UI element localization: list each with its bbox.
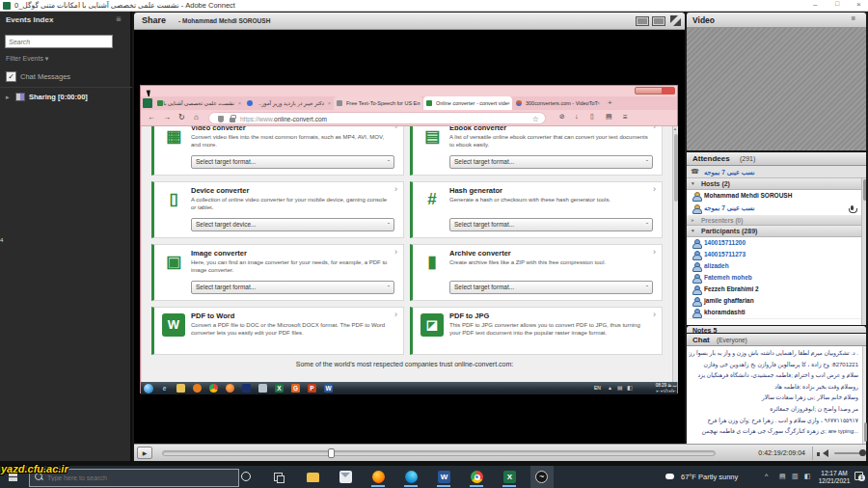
tray-icon-2[interactable]: ▥: [792, 473, 799, 480]
gom-icon[interactable]: G: [291, 384, 300, 393]
attendee-row-host[interactable]: نسب عینی 7 بموجه: [687, 203, 861, 216]
excel-icon[interactable]: X: [275, 384, 284, 393]
sharing-expand-icon[interactable]: ▸: [6, 94, 10, 101]
library-icon[interactable]: ▯: [590, 113, 594, 121]
attendee-row-host[interactable]: Mohammad Mehdi SOROUSH: [687, 190, 861, 203]
fullscreen-icon[interactable]: [670, 15, 681, 26]
sharing-event-item[interactable]: Sharing [0:00:00]: [29, 93, 88, 101]
card-title[interactable]: Image converter: [191, 249, 247, 258]
chevron-right-icon[interactable]: ›: [653, 247, 656, 257]
presenters-group-header[interactable]: ▸ Presenters (0): [687, 215, 866, 226]
adobe-connect-active-tile[interactable]: ~: [530, 466, 554, 488]
attendees-scrollbar[interactable]: [861, 178, 866, 325]
edge-icon[interactable]: [405, 471, 418, 483]
pod-menu-icon[interactable]: ≣: [851, 14, 855, 21]
card-title[interactable]: Hash generator: [449, 186, 502, 195]
seek-thumb[interactable]: [328, 448, 335, 458]
tab-300converters[interactable]: 300converters.com - VideoToT ×: [513, 96, 602, 110]
card-title[interactable]: Archive converter: [449, 249, 511, 258]
target-format-select[interactable]: Select target format...ˇ: [449, 218, 653, 231]
hamburger-menu-icon[interactable]: ≡: [623, 113, 628, 122]
participants-group-header[interactable]: ▾ Participants (289): [687, 226, 866, 237]
target-device-select[interactable]: Select target device...ˇ: [191, 218, 394, 231]
back-icon[interactable]: ←: [148, 113, 155, 122]
app-gray-icon[interactable]: [258, 384, 267, 393]
win7-tray-chevron-icon[interactable]: ▲: [608, 385, 612, 391]
collapse-icon[interactable]: ▾: [692, 180, 694, 186]
chevron-right-icon[interactable]: ›: [653, 126, 656, 131]
volume-icon[interactable]: [817, 449, 828, 458]
volume-thumb[interactable]: [859, 449, 866, 456]
word-icon[interactable]: W: [324, 384, 333, 393]
excel-icon[interactable]: X: [503, 471, 516, 483]
url-bar[interactable]: https://www.online-convert.com ☆: [208, 112, 546, 124]
scrollbar-thumb[interactable]: [674, 134, 678, 202]
tray-icon-3[interactable]: ◧: [804, 473, 811, 480]
win7-tray-icon-1[interactable]: ▤: [617, 384, 623, 391]
tab-adobe-connect[interactable]: نشست علمی تخصصی آشنایی با ×: [154, 96, 243, 110]
firefox-icon[interactable]: [372, 471, 385, 483]
scroll-up-icon[interactable]: ▲: [673, 126, 677, 131]
shield-icon[interactable]: [218, 116, 224, 122]
notification-center-icon[interactable]: 1: [854, 472, 863, 480]
win7-tray-icon-2[interactable]: ◧: [627, 384, 633, 391]
play-button[interactable]: ▶: [137, 447, 152, 459]
sidebar-panel-icon[interactable]: ▤: [606, 113, 612, 121]
word-icon[interactable]: W: [438, 471, 450, 483]
share-view-alt-icon[interactable]: [652, 16, 665, 26]
chat-scrollbar[interactable]: [862, 346, 866, 444]
window-close-button[interactable]: ×: [856, 0, 861, 9]
chevron-right-icon[interactable]: ›: [653, 310, 656, 319]
chevron-right-icon[interactable]: ›: [394, 184, 397, 194]
new-tab-button[interactable]: +: [608, 98, 612, 107]
phone-attendee-row[interactable]: ☎ نسب عینی 7 بموجه: [687, 166, 866, 178]
firefox-window-controls[interactable]: [635, 87, 675, 95]
expand-icon[interactable]: ▸: [692, 217, 694, 223]
tab-close-icon[interactable]: ×: [328, 96, 331, 110]
pod-menu-icon[interactable]: ≣: [116, 15, 122, 23]
tab-close-icon[interactable]: ×: [597, 96, 600, 110]
target-format-select[interactable]: Select target format...ˇ: [449, 281, 653, 294]
hosts-group-header[interactable]: ▾ Hosts (2): [687, 178, 866, 190]
tray-icon-1[interactable]: ▤: [779, 473, 786, 480]
downloads-icon[interactable]: ↓: [575, 113, 579, 120]
collapse-icon[interactable]: ▾: [692, 228, 694, 233]
explorer-icon[interactable]: [176, 384, 185, 393]
win7-language-indicator[interactable]: EN: [594, 385, 601, 391]
card-title[interactable]: Device converter: [191, 186, 249, 195]
win7-clock[interactable]: 08:29 ب.ظ ۲۰۲۱/۱۲/۲۰: [638, 383, 677, 393]
window-minimize-button[interactable]: –: [813, 0, 817, 9]
window-maximize-button[interactable]: □: [835, 0, 839, 7]
ie-icon[interactable]: e: [160, 384, 169, 393]
chrome-icon[interactable]: [209, 384, 218, 393]
forward-icon[interactable]: →: [163, 113, 171, 122]
target-format-select[interactable]: Select target format...ˇ: [191, 155, 394, 169]
seek-track[interactable]: [162, 450, 716, 456]
chrome-icon[interactable]: [471, 471, 483, 483]
tab-close-icon[interactable]: ×: [238, 96, 241, 110]
file-explorer-icon[interactable]: [307, 473, 319, 482]
target-format-select[interactable]: Select target format...ˇ: [191, 281, 394, 294]
blocking-icon[interactable]: ⊘: [559, 113, 565, 121]
weather-cloud-icon[interactable]: [665, 474, 674, 479]
tab-close-icon[interactable]: ×: [418, 96, 420, 110]
firefox-icon[interactable]: [226, 384, 234, 393]
powerpoint-icon[interactable]: P: [308, 384, 316, 393]
filter-events-dropdown[interactable]: Filter Events ▾: [6, 55, 48, 63]
events-search-input[interactable]: [5, 35, 113, 48]
card-title[interactable]: Video converter: [191, 126, 246, 132]
tray-expand-chevron[interactable]: ^: [765, 473, 768, 479]
scrollbar-thumb[interactable]: [864, 422, 867, 442]
target-format-select[interactable]: Select target format...ˇ: [449, 155, 653, 169]
url-text[interactable]: https://www.online-convert.com: [240, 116, 510, 122]
tab-tts[interactable]: Free Text-To-Speech for US En ×: [334, 96, 422, 110]
chat-messages-checkbox[interactable]: ✓: [6, 71, 16, 82]
mail-icon[interactable]: [339, 471, 352, 483]
chevron-right-icon[interactable]: ›: [394, 310, 397, 319]
card-title[interactable]: PDF to JPG: [449, 312, 489, 320]
tab-online-converter-active[interactable]: Online converter - convert vide ×: [423, 96, 512, 110]
reload-icon[interactable]: ↻: [178, 113, 185, 122]
home-icon[interactable]: ⌂: [194, 113, 199, 122]
attendee-row[interactable]: khoramdashti: [687, 307, 861, 319]
chevron-right-icon[interactable]: ›: [394, 126, 397, 131]
